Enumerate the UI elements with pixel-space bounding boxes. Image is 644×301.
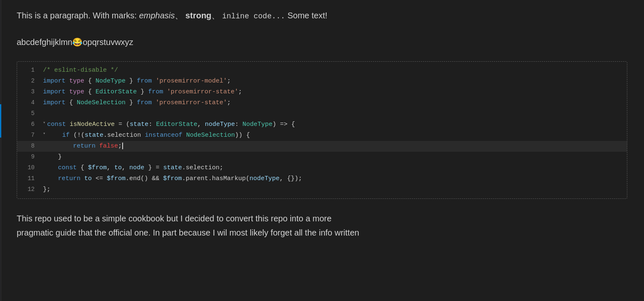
paragraph-prefix: This is a paragraph. With marks: [17,11,139,20]
bottom-text: This repo used to be a simple cookbook b… [17,211,627,240]
line-number-8: 8 [22,141,35,151]
line-number-11: 11 [22,173,35,184]
code-line-4: 4 import { NodeSelection } from 'prosemi… [17,98,627,108]
code-line-7: 7 ▾ if (!(state.selection instanceof Nod… [17,130,627,141]
paragraph-strong: strong [186,11,211,20]
alphabet-emoji: 😂 [72,38,83,47]
line-number-5: 5 [22,108,35,119]
line-content-5 [43,108,622,119]
line-content-1: /* eslint-disable */ [43,65,622,76]
line-number-3: 3 [22,87,35,97]
activity-indicator [0,104,1,138]
line-content-2: import type { NodeType } from 'prosemirr… [43,76,622,87]
line-number-10: 10 [22,163,35,173]
line-number-12: 12 [22,184,35,195]
alphabet-before: abcdefghijklmn [17,38,72,47]
line-number-2: 2 [22,76,35,86]
line-number-9: 9 [22,152,35,162]
text-cursor [122,143,123,149]
line-content-7: if (!(state.selection instanceof NodeSel… [47,130,622,141]
paragraph-suffix: Some text! [285,11,327,20]
bottom-text-line2: pragmatic guide that the official one. I… [17,226,627,240]
code-line-2: 2 import type { NodeType } from 'prosemi… [17,76,627,87]
line-content-9: } [43,152,622,163]
code-line-8: 8 return false; [17,141,627,152]
code-block: 1 /* eslint-disable */ 2 import type { N… [17,65,627,195]
line-content-10: const { $from, to, node } = state.select… [43,163,622,173]
bottom-text-line1: This repo used to be a simple cookbook b… [17,211,627,226]
line-content-11: return to <= $from.end() && $from.parent… [43,173,622,184]
line-content-4: import { NodeSelection } from 'prosemirr… [43,98,622,108]
line-content-6: const isNodeActive = (state: EditorState… [47,119,622,130]
code-line-6: 6 ▾ const isNodeActive = (state: EditorS… [17,119,627,130]
line-number-6: 6 [22,119,35,130]
line-number-4: 4 [22,98,35,108]
code-line-9: 9 } [17,152,627,163]
code-line-11: 11 return to <= $from.end() && $from.par… [17,173,627,184]
alphabet-after: opqrstuvwxyz [83,38,133,47]
paragraph: This is a paragraph. With marks: emphasi… [17,8,627,23]
code-line-12: 12 }; [17,184,627,195]
code-line-10: 10 const { $from, to, node } = state.sel… [17,163,627,173]
fold-arrow-7[interactable]: ▾ [43,130,45,137]
code-line-5: 5 [17,108,627,119]
code-line-1: 1 /* eslint-disable */ [17,65,627,76]
line-number-1: 1 [22,65,35,75]
paragraph-sep2: 、 [211,11,220,20]
line-content-12: }; [43,184,622,195]
code-line-3: 3 import type { EditorState } from 'pros… [17,87,627,98]
alphabet-line: abcdefghijklmn😂opqrstuvwxyz [17,35,627,49]
left-bar [0,0,2,301]
paragraph-emphasis: emphasis [139,11,175,20]
line-content-3: import type { EditorState } from 'prosem… [43,87,622,98]
paragraph-sep1: 、 [175,11,183,20]
paragraph-inline-code: inline code... [222,12,285,20]
line-number-7: 7 [22,130,35,140]
fold-arrow-6[interactable]: ▾ [43,119,45,126]
code-block-wrapper: 1 /* eslint-disable */ 2 import type { N… [17,61,627,199]
line-content-8: return false; [43,141,622,152]
